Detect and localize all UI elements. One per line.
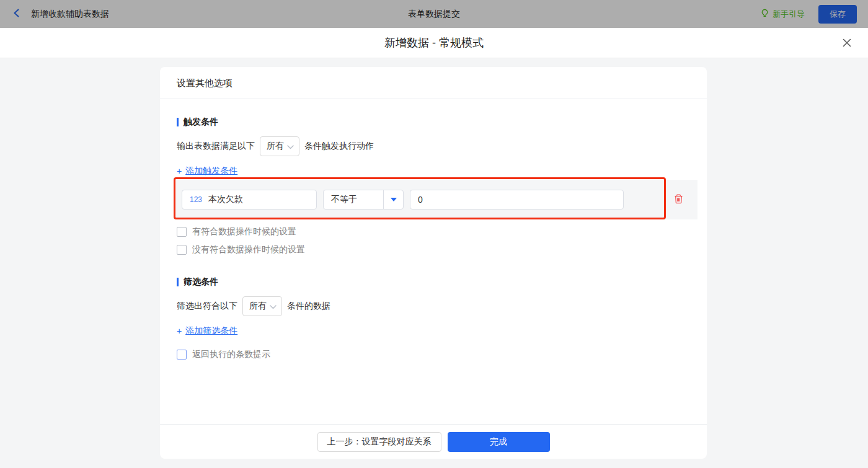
- trigger-mode-suffix: 条件触发执行动作: [304, 141, 374, 152]
- checkbox-row-return-tip: 返回执行的条数提示: [177, 349, 690, 360]
- section-accent-bar: [177, 118, 179, 126]
- checkbox-return-tip[interactable]: [177, 350, 187, 360]
- condition-value-input[interactable]: 0: [410, 190, 624, 210]
- panel-header: 设置其他选项: [160, 67, 707, 99]
- dialog-header: 新增数据 - 常规模式: [0, 28, 868, 58]
- previous-step-button[interactable]: 上一步：设置字段对应关系: [317, 432, 441, 452]
- top-bar: 新增收款辅助表数据 表单数据提交 新手引导 保存: [0, 0, 868, 28]
- add-trigger-condition-link[interactable]: + 添加触发条件: [177, 166, 237, 177]
- filter-section-title: 筛选条件: [177, 276, 690, 288]
- panel-footer: 上一步：设置字段对应关系 完成: [160, 424, 707, 459]
- chevron-down-icon: [270, 301, 277, 311]
- save-button[interactable]: 保存: [818, 5, 857, 24]
- section-accent-bar: [177, 278, 179, 286]
- condition-operator-select[interactable]: 不等于: [323, 190, 404, 210]
- condition-field-select[interactable]: 123 本次欠款: [182, 190, 317, 210]
- close-icon[interactable]: [841, 37, 853, 49]
- trigger-mode-prefix: 输出表数据满足以下: [177, 141, 255, 152]
- done-button[interactable]: 完成: [448, 432, 550, 452]
- trigger-mode-select[interactable]: 所有: [260, 136, 299, 156]
- options-panel: 设置其他选项 触发条件 输出表数据满足以下 所有 条件触发执行动作: [160, 67, 707, 459]
- plus-icon: +: [177, 166, 182, 176]
- trigger-mode-row: 输出表数据满足以下 所有 条件触发执行动作: [177, 136, 690, 156]
- checkbox-no-data[interactable]: [177, 245, 187, 255]
- checkbox-has-data[interactable]: [177, 227, 187, 237]
- trigger-condition-row: 123 本次欠款 不等于 0: [175, 180, 698, 219]
- guide-label: 新手引导: [773, 9, 805, 20]
- add-filter-condition-link[interactable]: + 添加筛选条件: [177, 325, 237, 337]
- checkbox-row-has-data: 有符合数据操作时候的设置: [177, 226, 690, 237]
- chevron-down-icon: [287, 141, 294, 151]
- filter-mode-suffix: 条件的数据: [287, 301, 330, 312]
- guide-link[interactable]: 新手引导: [760, 9, 805, 20]
- modal-body: 设置其他选项 触发条件 输出表数据满足以下 所有 条件触发执行动作: [0, 58, 868, 468]
- number-type-icon: 123: [190, 195, 202, 204]
- dropdown-arrow-icon[interactable]: [383, 190, 403, 209]
- page-title: 表单数据提交: [0, 9, 868, 20]
- trigger-section-title: 触发条件: [177, 117, 690, 128]
- lightbulb-icon: [760, 9, 769, 20]
- delete-condition-icon[interactable]: [673, 193, 684, 207]
- filter-mode-prefix: 筛选出符合以下: [177, 301, 237, 312]
- dialog-title: 新增数据 - 常规模式: [384, 35, 484, 50]
- checkbox-row-no-data: 没有符合数据操作时候的设置: [177, 244, 690, 255]
- filter-mode-row: 筛选出符合以下 所有 条件的数据: [177, 296, 690, 316]
- plus-icon: +: [177, 326, 182, 336]
- filter-mode-select[interactable]: 所有: [242, 296, 282, 316]
